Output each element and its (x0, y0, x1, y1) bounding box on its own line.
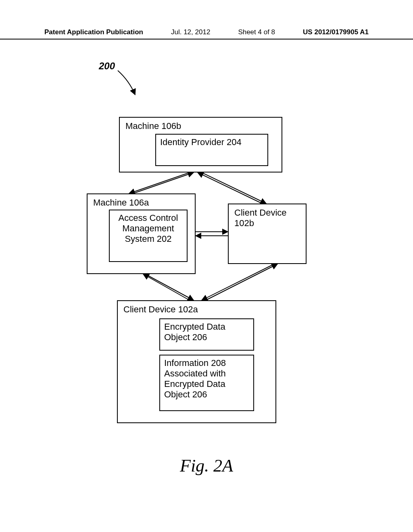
box-client-device-102b: Client Device 102b (228, 204, 307, 264)
svg-line-2 (202, 172, 266, 204)
svg-line-8 (202, 264, 274, 300)
box-encrypted-data-object-206: Encrypted Data Object 206 (159, 318, 254, 351)
box-information-208: Information 208 Associated with Encrypte… (159, 355, 254, 411)
svg-line-1 (133, 172, 194, 193)
connector-arrows (0, 0, 413, 532)
label-machine-106b: Machine 106b (120, 118, 282, 133)
figure-caption: Fig. 2A (0, 455, 413, 476)
label-machine-106a: Machine 106a (88, 194, 195, 210)
box-access-control-management-system-202: Access Control Management System 202 (109, 210, 188, 262)
box-identity-provider-204: Identity Provider 204 (155, 134, 268, 166)
label-client-device-102a: Client Device 102a (118, 301, 275, 316)
svg-line-6 (145, 274, 194, 300)
svg-line-7 (143, 274, 190, 300)
svg-line-9 (206, 264, 277, 300)
label-client-device-102b: Client Device 102b (229, 204, 306, 230)
svg-line-0 (129, 172, 190, 193)
svg-line-3 (198, 172, 262, 204)
diagram-canvas: Machine 106b Identity Provider 204 Machi… (0, 0, 413, 532)
